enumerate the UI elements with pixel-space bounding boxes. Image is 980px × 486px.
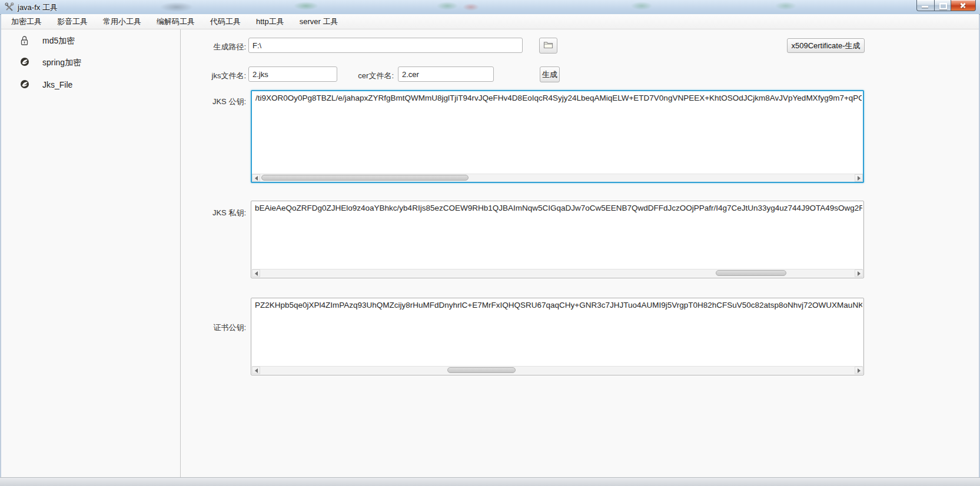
close-button[interactable] — [951, 0, 976, 11]
close-icon — [959, 2, 966, 9]
menu-codec-tools[interactable]: 编解码工具 — [149, 14, 202, 29]
right-arrow-icon — [858, 176, 861, 181]
left-arrow-icon — [255, 271, 258, 276]
scrollbar-track[interactable] — [260, 269, 855, 277]
cer-filename-input[interactable] — [398, 66, 494, 82]
horizontal-scrollbar[interactable] — [252, 269, 863, 277]
jks-filename-input[interactable] — [248, 66, 337, 82]
main-panel: 生成路径: x509Certificate-生成 jks文件名: cer文件名:… — [181, 29, 979, 478]
scroll-right-button[interactable] — [855, 269, 863, 277]
lock-icon — [20, 35, 29, 48]
left-arrow-icon — [255, 176, 258, 181]
jks-private-key-textarea[interactable]: bEAieAeQoZRFDg0ZJHElo9z4oaYBhkc/yb4RIjs8… — [251, 201, 864, 278]
cer-filename-label: cer文件名: — [328, 71, 394, 81]
cert-public-key-textarea[interactable]: PZ2KHpb5qe0jXPl4ZImPAzq93UhQMZcijy8rHuMF… — [251, 298, 864, 375]
horizontal-scrollbar[interactable] — [252, 366, 863, 374]
sidebar-item-spring[interactable]: spring加密 — [1, 56, 180, 70]
scroll-right-button[interactable] — [855, 367, 863, 374]
minimize-icon — [922, 6, 928, 8]
menubar: 加密工具 影音工具 常用小工具 编解码工具 代码工具 http工具 server… — [1, 14, 979, 29]
scroll-left-button[interactable] — [252, 269, 260, 277]
generate-button[interactable]: 生成 — [540, 66, 560, 82]
scrollbar-thumb[interactable] — [447, 367, 516, 373]
jks-private-key-text: bEAieAeQoZRFDg0ZJHElo9z4oaYBhkc/yb4RIjs8… — [253, 202, 862, 217]
path-label: 生成路径: — [181, 42, 246, 52]
jks-public-key-label: JKS 公钥: — [181, 96, 246, 107]
menu-media-tools[interactable]: 影音工具 — [49, 14, 95, 29]
minimize-button[interactable] — [916, 0, 935, 11]
sidebar-item-label: Jks_File — [42, 80, 72, 89]
menu-code-tools[interactable]: 代码工具 — [202, 14, 248, 29]
jks-filename-label: jks文件名: — [181, 71, 246, 81]
sidebar-item-md5[interactable]: md5加密 — [1, 34, 180, 48]
menu-server-tools[interactable]: server 工具 — [292, 14, 346, 29]
window-controls — [916, 0, 976, 11]
horizontal-scrollbar[interactable] — [252, 174, 863, 182]
cert-public-key-label: 证书公钥: — [181, 322, 246, 333]
scrollbar-thumb[interactable] — [261, 175, 469, 181]
tools-icon — [5, 2, 14, 12]
scrollbar-track[interactable] — [260, 367, 855, 374]
scroll-right-button[interactable] — [855, 174, 863, 182]
titlebar[interactable]: java-fx 工具 — [0, 0, 980, 15]
maximize-button[interactable] — [935, 0, 951, 11]
folder-icon — [543, 41, 553, 51]
scrollbar-track[interactable] — [260, 174, 855, 182]
scroll-left-button[interactable] — [252, 367, 260, 374]
browse-button[interactable] — [539, 38, 557, 54]
spring-icon — [20, 79, 29, 91]
menu-http-tools[interactable]: http工具 — [248, 14, 292, 29]
scroll-left-button[interactable] — [252, 174, 260, 182]
scrollbar-thumb[interactable] — [716, 270, 786, 276]
path-input[interactable] — [248, 38, 523, 53]
right-arrow-icon — [858, 271, 861, 276]
spring-icon — [20, 57, 29, 69]
sidebar-item-label: spring加密 — [42, 58, 81, 68]
jks-public-key-text: /ti9XOR0Oy0Pg8TBZL/e/jahapxZYRfgBmtQWMmU… — [253, 92, 862, 106]
cert-public-key-text: PZ2KHpb5qe0jXPl4ZImPAzq93UhQMZcijy8rHuMF… — [253, 299, 862, 314]
left-arrow-icon — [255, 368, 258, 373]
sidebar-item-label: md5加密 — [42, 36, 75, 46]
sidebar-item-jks-file[interactable]: Jks_File — [1, 78, 180, 92]
maximize-icon — [939, 3, 947, 9]
window-bottom-border — [0, 477, 980, 486]
menu-common-tools[interactable]: 常用小工具 — [95, 14, 149, 29]
x509-generate-button[interactable]: x509Certificate-生成 — [787, 38, 865, 53]
jks-public-key-textarea[interactable]: /ti9XOR0Oy0Pg8TBZL/e/jahapxZYRfgBmtQWMmU… — [251, 90, 864, 183]
app-window: java-fx 工具 加密工具 影音工具 常用小工具 编解码工具 代码工具 ht… — [0, 0, 980, 486]
window-title: java-fx 工具 — [18, 2, 58, 13]
sidebar: md5加密 spring加密 Jks_File — [1, 29, 181, 478]
jks-private-key-label: JKS 私钥: — [181, 208, 246, 218]
menu-encrypt-tools[interactable]: 加密工具 — [4, 14, 49, 29]
right-arrow-icon — [858, 368, 861, 373]
